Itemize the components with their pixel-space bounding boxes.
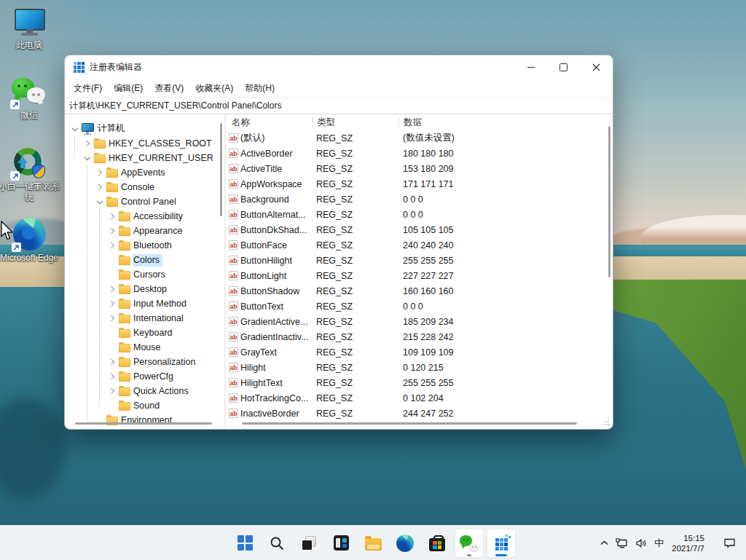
- tree-horizontal-scrollbar[interactable]: [75, 422, 212, 425]
- folder-icon: [106, 169, 118, 178]
- address-bar[interactable]: 计算机\HKEY_CURRENT_USER\Control Panel\Colo…: [65, 98, 613, 114]
- tree-item-4[interactable]: Console: [65, 180, 224, 194]
- registry-value-row-12[interactable]: abGradientActive...REG_SZ185 209 234: [226, 314, 613, 329]
- start-button[interactable]: [230, 529, 259, 558]
- registry-value-row-13[interactable]: abGradientInactiv...REG_SZ215 228 242: [226, 329, 613, 344]
- chevron-right-icon[interactable]: [106, 210, 118, 222]
- tree-item-8[interactable]: Bluetooth: [65, 238, 224, 253]
- title-bar[interactable]: 注册表编辑器: [65, 55, 613, 79]
- tree-item-9[interactable]: Colors: [65, 253, 224, 267]
- menu-item-3[interactable]: 收藏夹(A): [189, 79, 239, 97]
- chevron-down-icon[interactable]: [69, 123, 81, 135]
- desktop-icon-xiaobai[interactable]: 小白一键重装系统: [0, 147, 60, 203]
- chevron-placeholder: [106, 254, 118, 266]
- chevron-right-icon[interactable]: [82, 138, 93, 149]
- tree-vertical-scrollbar[interactable]: [220, 123, 222, 216]
- list-vertical-scrollbar[interactable]: [608, 126, 610, 277]
- column-header-type[interactable]: 类型: [313, 117, 398, 128]
- network-tray-button[interactable]: [612, 526, 632, 560]
- chevron-down-icon[interactable]: [82, 152, 93, 164]
- volume-tray-button[interactable]: [632, 526, 651, 560]
- folder-icon: [119, 315, 130, 323]
- registry-value-row-2[interactable]: abActiveTitleREG_SZ153 180 209: [226, 161, 613, 176]
- desktop: 此电脑 微信 小白一键重装系统 Microsoft Edge: [0, 0, 746, 560]
- tree-item-15[interactable]: Mouse: [65, 340, 224, 355]
- edge-button[interactable]: [390, 529, 420, 558]
- registry-value-row-15[interactable]: abHilightREG_SZ0 120 215: [226, 360, 613, 375]
- registry-value-row-14[interactable]: abGrayTextREG_SZ109 109 109: [226, 344, 613, 360]
- chevron-right-icon[interactable]: [94, 181, 106, 193]
- minimize-button[interactable]: [514, 55, 547, 79]
- tree-item-12[interactable]: Input Method: [65, 296, 224, 311]
- registry-value-row-18[interactable]: abInactiveBorderREG_SZ244 247 252: [226, 406, 613, 421]
- folder-icon: [119, 271, 130, 280]
- tree-item-2[interactable]: HKEY_CURRENT_USER: [65, 151, 224, 165]
- wechat-taskbar-button[interactable]: [455, 529, 484, 558]
- registry-value-row-4[interactable]: abBackgroundREG_SZ0 0 0: [226, 192, 613, 207]
- registry-value-row-6[interactable]: abButtonDkShad...REG_SZ105 105 105: [226, 222, 613, 237]
- chevron-right-icon[interactable]: [106, 385, 118, 397]
- registry-editor-taskbar-button[interactable]: [487, 529, 516, 558]
- registry-value-row-3[interactable]: abAppWorkspaceREG_SZ171 171 171: [226, 176, 613, 192]
- clock[interactable]: 15:15 2021/7/7: [667, 533, 709, 553]
- close-button[interactable]: [580, 55, 613, 79]
- list-horizontal-scrollbar[interactable]: [242, 422, 577, 425]
- tree-item-1[interactable]: HKEY_CLASSES_ROOT: [65, 136, 224, 151]
- tree-item-13[interactable]: International: [65, 311, 224, 326]
- maximize-button[interactable]: [547, 55, 580, 79]
- file-explorer-button[interactable]: [358, 529, 388, 558]
- store-button[interactable]: [423, 529, 452, 558]
- tree-item-0[interactable]: 计算机: [65, 122, 224, 136]
- column-header-name[interactable]: 名称: [226, 117, 313, 128]
- chevron-right-icon[interactable]: [106, 371, 118, 382]
- registry-value-row-17[interactable]: abHotTrackingCo...REG_SZ0 102 204: [226, 390, 613, 406]
- chevron-down-icon[interactable]: [94, 196, 106, 208]
- tree-item-7[interactable]: Appearance: [65, 224, 224, 238]
- value-data: 244 247 252: [398, 409, 613, 419]
- tree-item-14[interactable]: Keyboard: [65, 326, 224, 340]
- registry-value-row-1[interactable]: abActiveBorderREG_SZ180 180 180: [226, 146, 613, 161]
- registry-value-row-16[interactable]: abHilightTextREG_SZ255 255 255: [226, 375, 613, 390]
- chevron-right-icon[interactable]: [106, 240, 118, 251]
- registry-value-row-5[interactable]: abButtonAlternat...REG_SZ0 0 0: [226, 207, 613, 222]
- tree-item-20[interactable]: Environment: [65, 413, 224, 427]
- menu-item-0[interactable]: 文件(F): [68, 79, 108, 97]
- tree-item-10[interactable]: Cursors: [65, 267, 224, 282]
- registry-value-row-8[interactable]: abButtonHilightREG_SZ255 255 255: [226, 253, 613, 268]
- chevron-right-icon[interactable]: [106, 312, 118, 324]
- menu-item-1[interactable]: 编辑(E): [108, 79, 149, 97]
- registry-value-row-10[interactable]: abButtonShadowREG_SZ160 160 160: [226, 283, 613, 299]
- desktop-icon-wechat[interactable]: 微信: [0, 77, 60, 121]
- task-view-button[interactable]: [294, 529, 323, 558]
- registry-value-row-7[interactable]: abButtonFaceREG_SZ240 240 240: [226, 237, 613, 253]
- search-button[interactable]: [262, 529, 291, 558]
- tree-item-17[interactable]: PowerCfg: [65, 369, 224, 384]
- registry-value-row-0[interactable]: ab(默认)REG_SZ(数值未设置): [226, 130, 613, 146]
- ime-indicator[interactable]: 中: [651, 526, 667, 560]
- chevron-right-icon[interactable]: [106, 298, 118, 309]
- menu-item-4[interactable]: 帮助(H): [239, 79, 280, 97]
- tree-item-18[interactable]: Quick Actions: [65, 384, 224, 398]
- widgets-button[interactable]: [326, 529, 356, 558]
- registry-value-row-11[interactable]: abButtonTextREG_SZ0 0 0: [226, 299, 613, 314]
- registry-value-row-9[interactable]: abButtonLightREG_SZ227 227 227: [226, 268, 613, 283]
- registry-values-pane: 名称 类型 数据 ab(默认)REG_SZ(数值未设置)abActiveBord…: [226, 114, 613, 429]
- chevron-right-icon[interactable]: [106, 225, 118, 237]
- window-resize-grip[interactable]: [608, 424, 609, 425]
- notification-center-button[interactable]: [718, 526, 742, 560]
- tree-item-6[interactable]: Accessibility: [65, 209, 224, 224]
- tree-item-16[interactable]: Personalization: [65, 355, 224, 369]
- column-header-data[interactable]: 数据: [398, 117, 613, 128]
- chevron-right-icon[interactable]: [106, 283, 118, 295]
- desktop-icon-this-pc[interactable]: 此电脑: [0, 9, 60, 51]
- chevron-right-icon[interactable]: [94, 167, 106, 178]
- tree-item-11[interactable]: Desktop: [65, 282, 224, 296]
- reg-sz-icon: ab: [229, 378, 238, 387]
- menu-item-2[interactable]: 查看(V): [149, 79, 189, 97]
- value-data: 0 0 0: [398, 194, 613, 205]
- tree-item-3[interactable]: AppEvents: [65, 165, 224, 180]
- tree-item-5[interactable]: Control Panel: [65, 194, 224, 209]
- tray-chevron-button[interactable]: [597, 526, 612, 560]
- tree-item-19[interactable]: Sound: [65, 398, 224, 413]
- chevron-right-icon[interactable]: [106, 356, 118, 368]
